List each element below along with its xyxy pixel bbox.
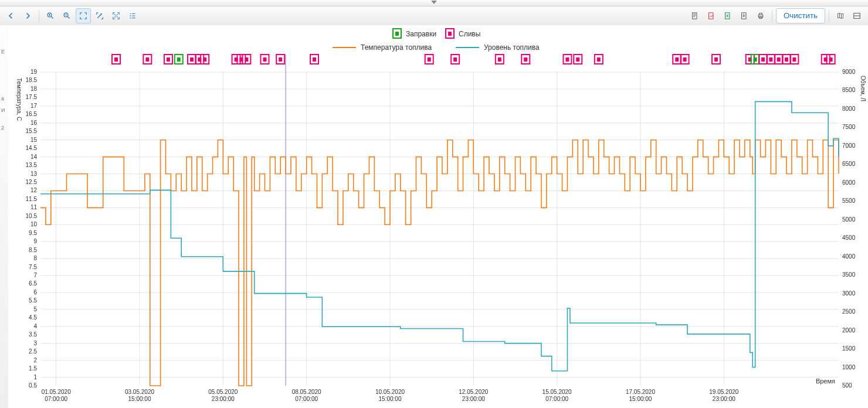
svg-rect-121 [145,57,149,62]
svg-text:16.5: 16.5 [26,111,38,117]
zoom-region-button[interactable] [76,8,91,23]
refuel-marker[interactable] [751,55,760,64]
svg-text:18.5: 18.5 [26,77,38,83]
svg-rect-177 [792,57,796,62]
svg-rect-173 [777,57,781,62]
svg-text:17: 17 [30,103,38,109]
clear-button[interactable]: Очистить [776,8,825,23]
map-button[interactable] [833,8,848,23]
svg-text:4000: 4000 [842,253,856,260]
drain-marker[interactable] [822,55,830,64]
svg-rect-139 [263,57,267,62]
svg-rect-131 [203,57,206,62]
svg-text:2: 2 [33,357,37,363]
svg-text:23:00:00: 23:00:00 [462,396,485,402]
drain-marker[interactable] [782,55,791,64]
svg-text:Объем, Л: Объем, Л [860,76,866,101]
drain-marker[interactable] [563,55,571,64]
drain-marker[interactable] [595,55,603,64]
zoom-out-button[interactable] [59,8,74,23]
drain-marker[interactable] [673,55,681,64]
drain-marker[interactable] [451,55,459,64]
drain-marker[interactable] [276,55,284,64]
svg-text:3000: 3000 [842,290,856,297]
drain-marker[interactable] [261,55,269,64]
fuel-chart[interactable]: 0.511.522.533.544.555.566.577.588.599.51… [8,25,868,408]
chart-toolbar: x Очистить [0,6,868,26]
svg-text:10: 10 [30,221,38,227]
svg-text:11.5: 11.5 [26,196,38,202]
drain-marker[interactable] [425,55,433,64]
nav-forward-button[interactable] [20,8,35,23]
svg-text:16: 16 [30,120,38,126]
drain-marker[interactable] [242,55,250,64]
svg-text:1: 1 [33,374,37,380]
drain-marker[interactable] [232,55,240,64]
drain-marker[interactable] [195,55,204,64]
svg-rect-8 [760,13,762,15]
zoom-in-button[interactable] [43,8,58,23]
svg-text:1000: 1000 [842,364,856,370]
svg-text:15:00:00: 15:00:00 [629,396,652,402]
svg-text:03.05.2020: 03.05.2020 [125,389,154,395]
svg-rect-153 [565,57,569,62]
export-text-button[interactable] [687,8,703,23]
svg-text:1.5: 1.5 [29,365,37,372]
svg-text:1500: 1500 [842,345,856,352]
drain-marker[interactable] [521,55,530,64]
zoom-x-button[interactable]: x [92,8,107,23]
panel-button[interactable] [849,8,864,23]
svg-rect-163 [714,57,718,62]
drain-marker[interactable] [775,55,783,64]
drain-marker[interactable] [681,55,689,64]
drain-marker[interactable] [746,55,754,64]
zoom-fit-button[interactable] [108,8,124,23]
export-pdf-button[interactable] [704,8,719,23]
drain-marker[interactable] [164,55,172,64]
svg-rect-123 [167,57,170,62]
drain-marker[interactable] [574,55,582,64]
drain-marker[interactable] [827,55,835,64]
svg-text:13: 13 [30,171,38,177]
svg-text:01.05.2020: 01.05.2020 [42,389,71,395]
svg-rect-155 [576,57,579,62]
refuel-marker[interactable] [175,55,183,64]
drain-marker[interactable] [310,55,318,64]
svg-rect-9 [760,17,762,19]
svg-text:11: 11 [30,204,38,210]
drain-marker[interactable] [188,55,196,64]
svg-text:3500: 3500 [842,271,856,278]
svg-text:23:00:00: 23:00:00 [713,396,735,402]
svg-rect-181 [829,57,833,62]
panel-collapse-bar[interactable] [0,0,868,6]
svg-text:9.5: 9.5 [29,230,37,236]
export-xls-button[interactable] [720,8,735,23]
drain-marker[interactable] [237,55,245,64]
drain-marker[interactable] [767,55,775,64]
chevron-down-icon [431,1,437,4]
svg-text:17.5: 17.5 [26,94,38,100]
svg-rect-157 [597,57,601,62]
svg-text:Время: Время [816,378,835,385]
svg-text:17.05.2020: 17.05.2020 [626,389,655,395]
svg-text:15.05.2020: 15.05.2020 [542,389,572,395]
svg-text:05.05.2020: 05.05.2020 [208,389,238,395]
svg-rect-159 [675,57,679,62]
export-image-button[interactable] [737,8,752,23]
svg-text:07:00:00: 07:00:00 [45,396,67,402]
svg-text:2000: 2000 [842,327,856,334]
print-button[interactable] [753,8,768,23]
drain-marker[interactable] [143,55,151,64]
drain-marker[interactable] [201,55,209,64]
drain-marker[interactable] [712,55,720,64]
svg-text:12.5: 12.5 [26,179,38,185]
svg-text:5.5: 5.5 [29,297,37,304]
drain-marker[interactable] [759,55,767,64]
svg-text:5000: 5000 [842,216,856,223]
drain-marker[interactable] [496,55,504,64]
toggle-legend-button[interactable] [125,8,140,23]
svg-text:8500: 8500 [842,87,856,93]
drain-marker[interactable] [112,55,120,64]
nav-back-button[interactable] [4,8,19,23]
drain-marker[interactable] [790,55,798,64]
